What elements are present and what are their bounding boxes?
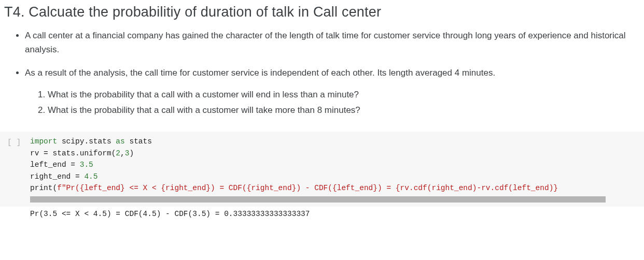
horizontal-scrollbar[interactable]: [30, 196, 606, 203]
code-line: right_end = 4.5: [30, 171, 640, 182]
code-text: right_end =: [30, 172, 84, 181]
number-literal: 4.5: [84, 172, 97, 181]
question-item: What is the probability that a call with…: [48, 103, 634, 118]
section-heading: T4. Calcuate the probabilitiy of duratio…: [0, 0, 644, 28]
comma: ,: [120, 149, 125, 157]
question-list: What is the probability that a call with…: [25, 88, 634, 119]
bullet-item: As a result of the analysis, the call ti…: [25, 66, 644, 118]
keyword-as: as: [116, 137, 124, 146]
number-literal: 2: [116, 149, 120, 157]
alias-name: stats: [125, 137, 152, 146]
code-line: import scipy.stats as stats: [30, 136, 640, 147]
bullet-list: A call center at a financial company has…: [0, 28, 644, 118]
number-literal: 3.5: [80, 161, 93, 169]
lparen: (: [53, 184, 58, 192]
code-line: rv = stats.uniform(2,3): [30, 148, 640, 159]
bullet-item: A call center at a financial company has…: [25, 28, 644, 56]
rparen: ): [129, 149, 134, 157]
cell-output: Pr(3.5 <= X < 4.5) = CDF(4.5) - CDF(3.5)…: [0, 207, 644, 223]
question-item: What is the probability that a call with…: [48, 88, 634, 103]
bullet-text: As a result of the analysis, the call ti…: [25, 68, 495, 78]
builtin-print: print: [30, 184, 53, 192]
execution-prompt: [ ]: [0, 136, 30, 206]
module-name: scipy.stats: [57, 137, 116, 146]
code-cell[interactable]: [ ] import scipy.stats as stats rv = sta…: [0, 132, 644, 206]
fstring-literal: f"Pr({left_end} <= X < {right_end}) = CD…: [57, 184, 558, 192]
code-line: print(f"Pr({left_end} <= X < {right_end}…: [30, 182, 640, 194]
code-body[interactable]: import scipy.stats as stats rv = stats.u…: [30, 136, 644, 206]
code-text: rv = stats.uniform(: [30, 149, 116, 157]
code-text: left_end =: [30, 161, 80, 169]
keyword-import: import: [30, 137, 57, 146]
code-line: left_end = 3.5: [30, 159, 640, 170]
